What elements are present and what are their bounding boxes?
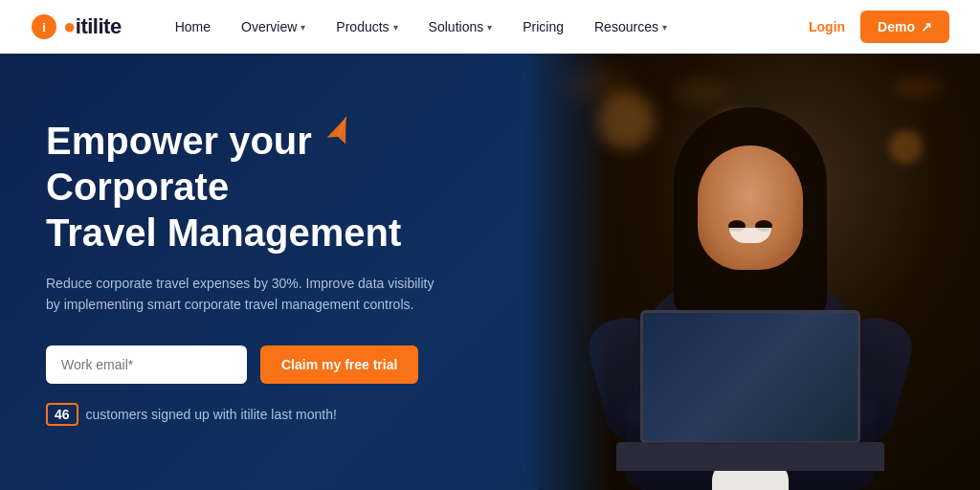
hero-image: [521, 54, 980, 490]
nav-item-pricing[interactable]: Pricing: [507, 0, 579, 54]
chevron-down-icon: ▾: [393, 22, 398, 33]
logo-icon: i: [31, 13, 57, 40]
nav-item-solutions[interactable]: Solutions ▾: [413, 0, 508, 54]
chevron-down-icon: ▾: [662, 22, 667, 33]
cta-row: Claim my free trial: [46, 345, 452, 384]
logo[interactable]: i ●itilite: [31, 13, 122, 40]
main-nav: Home Overview ▾ Products ▾ Solutions ▾ P…: [160, 0, 809, 54]
arrow-up-right-icon: ↗: [921, 19, 932, 34]
nav-item-products[interactable]: Products ▾: [321, 0, 412, 54]
header: i ●itilite Home Overview ▾ Products ▾ So…: [0, 0, 980, 54]
social-proof: 46 customers signed up with itilite last…: [46, 403, 452, 426]
social-proof-text: customers signed up with itilite last mo…: [86, 407, 337, 422]
svg-text:i: i: [42, 20, 46, 34]
login-button[interactable]: Login: [809, 19, 845, 34]
chevron-down-icon: ▾: [301, 22, 305, 33]
chevron-down-icon: ▾: [487, 22, 492, 33]
nav-item-overview[interactable]: Overview ▾: [226, 0, 321, 54]
hero-content: Empower your Corporate Travel Management…: [0, 79, 498, 465]
hero-subtitle: Reduce corporate travel expenses by 30%.…: [46, 273, 448, 316]
nav-item-resources[interactable]: Resources ▾: [579, 0, 682, 54]
header-actions: Login Demo ↗: [809, 11, 949, 43]
nav-item-home[interactable]: Home: [160, 0, 226, 54]
image-blend-overlay: [521, 54, 980, 490]
demo-button[interactable]: Demo ↗: [860, 11, 949, 43]
email-input[interactable]: [46, 345, 247, 384]
logo-text: ●itilite: [63, 14, 122, 39]
hero-title: Empower your Corporate Travel Management: [46, 118, 452, 256]
hero-section: Empower your Corporate Travel Management…: [0, 54, 980, 490]
signup-count-badge: 46: [46, 403, 78, 426]
claim-trial-button[interactable]: Claim my free trial: [260, 345, 418, 384]
